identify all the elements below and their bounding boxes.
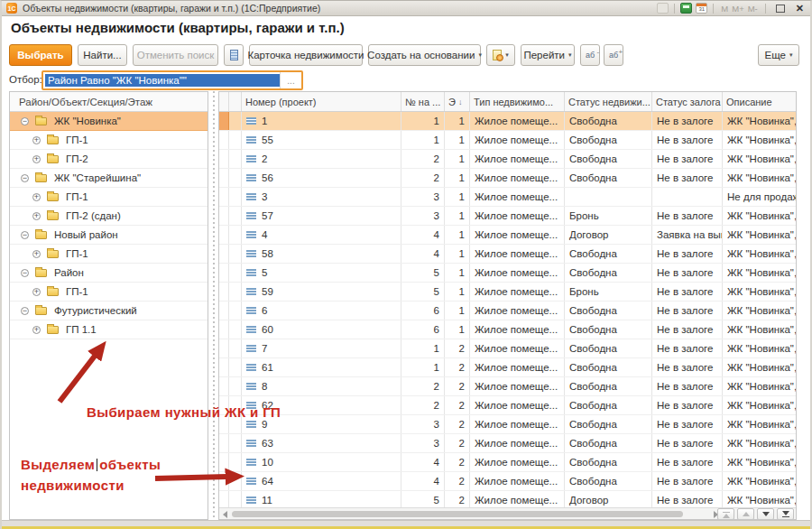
collapse-groups-button[interactable]: аб- (580, 44, 600, 66)
column-header[interactable]: Э↓ (445, 92, 470, 111)
tree-item[interactable]: +ГП-1 (10, 245, 208, 264)
go-to-button[interactable]: Перейти▾ (521, 44, 575, 66)
collapse-node-icon[interactable]: − (21, 269, 29, 277)
table-row[interactable]: 6061Жилое помеще...СвободнаНе в залогеЖК… (219, 320, 796, 339)
table-row[interactable]: 5841Жилое помеще...СвободнаНе в залогеЖК… (219, 245, 796, 264)
collapse-node-icon[interactable]: − (21, 231, 29, 239)
table-row[interactable]: 5511Жилое помеще...СвободнаНе в залогеЖК… (219, 131, 796, 150)
tree-item[interactable]: −Новый район (10, 226, 208, 245)
tree-item[interactable]: −ЖК "Новинка" (10, 112, 208, 131)
tree-item[interactable]: +ГП-1 (10, 188, 208, 207)
maximize-button[interactable] (776, 5, 785, 13)
expand-groups-button[interactable]: аб+ (604, 44, 623, 66)
cell-property-type: Жилое помеще... (470, 453, 565, 471)
cell-number-text: 9 (262, 419, 267, 430)
table-row[interactable]: 551Жилое помеще...СвободнаНе в залогеЖК … (219, 264, 796, 283)
list-settings-button[interactable] (224, 44, 244, 66)
collapse-node-icon[interactable]: − (21, 174, 29, 182)
filter-ellipsis-button[interactable]: ... (280, 72, 301, 88)
scroll-left-icon[interactable] (223, 511, 227, 518)
cell-property-status: Свободна (565, 453, 652, 471)
tree-header[interactable]: Район/Объект/Секция/Этаж (10, 92, 208, 112)
current-row-marker (219, 264, 229, 282)
panel-splitter[interactable] (208, 91, 218, 520)
cell-description: ЖК "Новинка", ГП- (723, 169, 796, 187)
tree-item[interactable]: +ГП-1 (10, 131, 208, 150)
cell-property-status: Свободна (565, 434, 652, 452)
expand-node-icon[interactable]: + (32, 212, 41, 220)
tree-item[interactable]: −ЖК "Старейшина" (10, 169, 208, 188)
create-based-on-button[interactable]: Создать на основании▾ (368, 44, 481, 66)
column-header[interactable]: Номер (проект) (242, 92, 401, 111)
table-row[interactable]: 331Жилое помеще...Не для продажи (219, 188, 796, 207)
table-row[interactable]: 5731Жилое помеще...БроньНе в залогеЖК "Н… (219, 207, 796, 226)
row-down-button[interactable] (757, 508, 774, 520)
memory-button[interactable]: M- (746, 4, 760, 14)
table-row[interactable]: 661Жилое помеще...СвободнаНе в залогеЖК … (219, 302, 796, 320)
calendar-icon[interactable] (696, 3, 707, 14)
cell-property-status (565, 188, 652, 206)
cell-pledge-status: Не в залоге (652, 377, 723, 395)
row-spacer-cell (229, 339, 242, 357)
tree-item[interactable]: −Футуристический (10, 302, 208, 320)
collapse-node-icon[interactable]: − (21, 117, 29, 125)
column-header[interactable]: № на ...↓ (401, 92, 445, 111)
current-row-marker (219, 150, 229, 168)
select-button[interactable]: Выбрать (9, 44, 72, 66)
column-header[interactable]: Статус залога (652, 92, 723, 111)
property-card-button[interactable]: Карточка недвижимости (249, 44, 363, 66)
column-header[interactable]: Статус недвижи... (565, 92, 652, 111)
expand-node-icon[interactable]: + (32, 193, 41, 201)
table-row[interactable]: 1042Жилое помеще...СвободнаНе в залогеЖК… (219, 453, 796, 472)
print-icon[interactable] (657, 3, 669, 14)
expand-node-icon[interactable]: + (32, 136, 41, 144)
folder-icon (47, 136, 59, 144)
table-row[interactable]: 441Жилое помеще...ДоговорЗаявка на вывод… (219, 226, 796, 245)
tree-item[interactable]: +ГП-1 (10, 283, 208, 302)
collapse-node-icon[interactable]: − (21, 307, 29, 315)
table-row[interactable]: 6222Жилое помеще...СвободнаНе в залогеЖК… (219, 396, 796, 415)
horizontal-scrollbar[interactable] (219, 507, 796, 519)
cell-number-text: 56 (262, 172, 273, 183)
more-button[interactable]: Еще▾ (758, 44, 799, 66)
table-row[interactable]: 1152Жилое помеще...ДоговорНе в залогеЖК … (219, 491, 796, 507)
table-row[interactable]: 5951Жилое помеще...БроньНе в залогеЖК "Н… (219, 283, 796, 302)
column-header[interactable]: Описание (723, 92, 796, 111)
cell-number-text: 11 (262, 495, 272, 506)
table-row[interactable]: 6332Жилое помеще...СвободнаНе в залогеЖК… (219, 434, 796, 453)
calculator-icon[interactable] (680, 3, 692, 14)
go-to-first-row-button[interactable] (717, 508, 734, 520)
cancel-search-button[interactable]: Отменить поиск (133, 44, 218, 66)
tree-item[interactable]: +ГП-2 (сдан) (10, 207, 208, 226)
expand-node-icon[interactable]: + (32, 250, 41, 258)
memory-button[interactable]: M (719, 4, 730, 14)
close-button[interactable]: ✕ (794, 4, 806, 14)
expand-node-icon[interactable]: + (32, 155, 41, 163)
go-to-last-row-button[interactable] (777, 508, 794, 520)
tree-item[interactable]: +ГП 1.1 (10, 320, 208, 339)
memory-button[interactable]: M+ (730, 4, 745, 14)
expand-node-icon[interactable]: + (32, 288, 41, 296)
table-row[interactable]: 822Жилое помеще...СвободнаНе в залогеЖК … (219, 377, 796, 396)
table-row[interactable]: 221Жилое помеще...СвободнаНе в залогеЖК … (219, 150, 796, 169)
table-row[interactable]: 5621Жилое помеще...СвободнаНе в залогеЖК… (219, 169, 796, 188)
table-row[interactable]: 6112Жилое помеще...СвободнаНе в залогеЖК… (219, 358, 796, 377)
tree-item[interactable]: +ГП-2 (10, 150, 208, 169)
expand-node-icon[interactable]: + (32, 326, 41, 334)
tree-item[interactable]: −Район (10, 264, 208, 283)
cell-number: 61 (242, 358, 401, 376)
cell-pledge-status: Не в залоге (652, 283, 723, 301)
scrollbar-thumb[interactable] (232, 511, 683, 517)
find-button[interactable]: Найти... (78, 44, 127, 66)
table-row[interactable]: 111Жилое помеще...СвободнаНе в залогеЖК … (219, 112, 796, 131)
cell-entrance: 1 (445, 302, 470, 320)
table-row[interactable]: 932Жилое помеще...СвободнаНе в залогеЖК … (219, 415, 796, 434)
filter-input[interactable]: Район Равно "ЖК "Новинка"" ... (42, 70, 303, 90)
table-row[interactable]: 712Жилое помеще...СвободнаНе в залогеЖК … (219, 339, 796, 358)
folder-icon (47, 250, 59, 258)
table-row[interactable]: 6442Жилое помеще...СвободнаНе в залогеЖК… (219, 472, 796, 491)
attached-files-button[interactable]: ▾ (486, 44, 515, 66)
list-item-icon (246, 497, 256, 504)
column-header[interactable]: Тип недвижимо... (470, 92, 565, 111)
row-up-button[interactable] (737, 508, 754, 520)
